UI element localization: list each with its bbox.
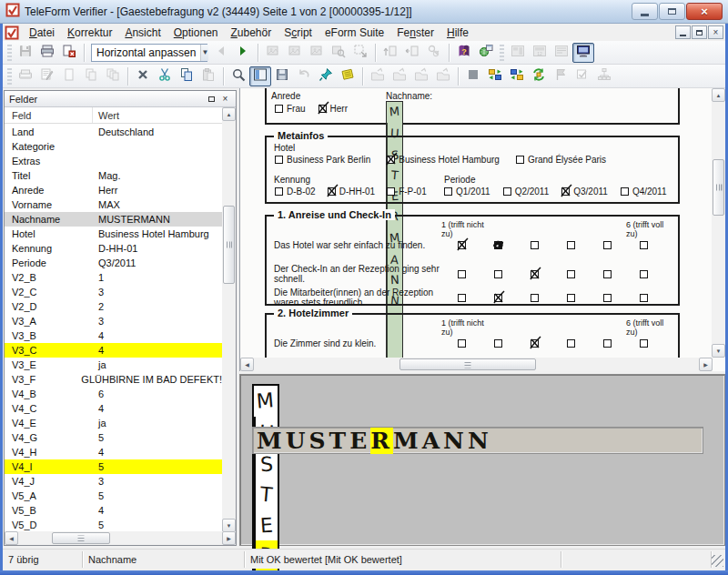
table-row[interactable]: V2_D2 [5, 299, 222, 314]
table-row[interactable]: HotelBusiness Hotel Hamburg [5, 227, 222, 241]
eform-suite-button[interactable] [475, 43, 497, 63]
table-row[interactable]: V3_A3 [5, 314, 222, 328]
comb-cell[interactable]: M [254, 386, 278, 417]
mdi-minimize-button[interactable] [675, 25, 691, 39]
preview-scroll-down-button[interactable]: ▼ [712, 344, 725, 358]
zoom-tool-button[interactable] [228, 66, 249, 86]
layout-verifier-button[interactable] [572, 43, 594, 63]
verify-comb-field[interactable]: MUSTERMANN [252, 384, 279, 575]
table-row[interactable]: TitelMag. [5, 168, 222, 183]
zoom-mode-select[interactable]: Horizontal anpassen▼ [91, 44, 207, 62]
maximize-button[interactable] [659, 3, 685, 20]
answer-cell-4 [554, 339, 591, 348]
comb-cell[interactable]: E [254, 509, 278, 540]
menu-fenster[interactable]: Fenster [390, 25, 440, 40]
scroll-left-button[interactable]: ◀ [5, 531, 18, 545]
menu-datei[interactable]: Datei [23, 25, 61, 40]
hscroll-thumb[interactable] [52, 532, 110, 544]
help-button[interactable]: ? [453, 43, 475, 63]
table-row[interactable]: PeriodeQ3/2011 [5, 256, 222, 270]
column-header-feld[interactable]: Feld [5, 107, 93, 123]
column-header-wert[interactable]: Wert [93, 110, 119, 121]
table-row[interactable]: V4_Eja [5, 416, 222, 430]
table-row[interactable]: V4_B6 [5, 387, 222, 401]
table-row[interactable]: LandDeutschland [5, 125, 222, 139]
save-image-button[interactable] [271, 66, 293, 86]
field-notes-button[interactable] [337, 66, 359, 86]
stop-evaluation-button[interactable] [462, 66, 484, 86]
table-row[interactable]: V3_C4 [5, 343, 222, 358]
table-row[interactable]: V4_C4 [5, 401, 222, 416]
delete-document-button[interactable] [58, 43, 80, 63]
panel-float-button[interactable] [206, 94, 217, 105]
menu-hilfe[interactable]: Hilfe [440, 25, 475, 40]
preview-hscroll-thumb[interactable] [399, 358, 536, 370]
table-row[interactable]: V3_Eja [5, 358, 222, 372]
preview-vscroll-thumb[interactable] [713, 159, 724, 216]
table-row[interactable]: V3_B4 [5, 328, 222, 343]
table-row[interactable]: VornameMAX [5, 197, 222, 212]
felder-hscrollbar[interactable]: ◀ ▶ [5, 531, 236, 545]
table-row[interactable]: V4_H4 [5, 445, 222, 459]
delete-record-button[interactable] [132, 66, 154, 86]
menu-zubehör[interactable]: Zubehör [224, 25, 278, 40]
menu-eform-suite[interactable]: eForm Suite [318, 25, 390, 40]
comb-cell[interactable]: T [254, 479, 278, 509]
chevron-down-icon[interactable]: ▼ [200, 45, 208, 61]
table-row[interactable]: V2_C3 [5, 285, 222, 299]
preview-hscrollbar[interactable]: ◀ ▶ [240, 358, 713, 371]
pin-record-button[interactable] [315, 66, 337, 86]
evaluate-form-button [36, 66, 58, 86]
resize-grip[interactable] [712, 555, 723, 567]
menu-optionen[interactable]: Optionen [167, 25, 225, 40]
mdi-close-button[interactable]: × [708, 25, 723, 39]
toolbar-grip[interactable] [7, 68, 12, 85]
menu-korrektur[interactable]: Korrektur [61, 25, 118, 40]
refresh-batch-button[interactable] [528, 66, 550, 86]
table-row[interactable]: AnredeHerr [5, 183, 222, 197]
table-row[interactable]: V5_A5 [5, 489, 222, 503]
table-row[interactable]: V5_D5 [5, 518, 222, 532]
title-bar[interactable]: TeleForm Verifier - [Gaestebefragung v2 … [0, 0, 728, 24]
table-row[interactable]: Kategorie [5, 139, 222, 154]
cut-button[interactable] [154, 66, 176, 86]
panel-close-button[interactable]: × [219, 94, 231, 105]
felder-vscrollbar[interactable]: ▲ ▼ [222, 107, 236, 532]
toolbar-grip[interactable] [7, 45, 12, 61]
copy-button[interactable] [176, 66, 197, 86]
recognized-text-field[interactable]: MUSTERMANN [252, 427, 703, 454]
table-row[interactable]: V2_B1 [5, 270, 222, 285]
preview-vscrollbar[interactable]: ▲ ▼ [712, 88, 725, 358]
table-row[interactable]: NachnameMUSTERMANN [5, 212, 222, 227]
sync-fields-button[interactable] [484, 66, 506, 86]
menu-script[interactable]: Script [278, 25, 318, 40]
pane-splitter[interactable] [239, 371, 725, 374]
table-row[interactable]: V4_G5 [5, 430, 222, 445]
checkbox-empty [458, 294, 466, 302]
vscroll-thumb[interactable] [223, 206, 235, 284]
scroll-right-button[interactable]: ▶ [222, 531, 236, 545]
close-button[interactable]: × [686, 3, 723, 20]
scroll-down-button[interactable]: ▼ [222, 519, 236, 532]
minimize-button[interactable] [632, 3, 658, 20]
table-row[interactable]: KennungD-HH-01 [5, 241, 222, 256]
split-view-button[interactable] [249, 66, 271, 86]
table-row[interactable]: V3_FGLÜHBIRNE IM BAD DEFEKT! [5, 372, 222, 387]
next-record-button[interactable] [232, 43, 254, 63]
table-row[interactable]: V4_J3 [5, 474, 222, 489]
scroll-up-button[interactable]: ▲ [222, 107, 236, 121]
print-button[interactable] [36, 43, 58, 63]
sync-records-button[interactable] [506, 66, 528, 86]
table-row[interactable]: Extras [5, 154, 222, 168]
form-preview-pane[interactable]: Anrede FrauHerr Nachname: MUSTERMANN Met… [239, 88, 725, 371]
felder-panel-header[interactable]: Felder × [5, 91, 236, 107]
table-row[interactable]: V4_I5 [5, 459, 222, 474]
toolbar-grip[interactable] [500, 45, 504, 61]
mdi-restore-button[interactable] [692, 25, 707, 39]
preview-scroll-right-button[interactable]: ▶ [699, 358, 713, 371]
preview-scroll-left-button[interactable]: ◀ [240, 358, 254, 371]
menu-ansicht[interactable]: Ansicht [118, 25, 167, 40]
preview-scroll-up-button[interactable]: ▲ [712, 88, 725, 102]
recognized-highlight-char[interactable]: R [370, 428, 393, 454]
table-row[interactable]: V5_B4 [5, 503, 222, 518]
